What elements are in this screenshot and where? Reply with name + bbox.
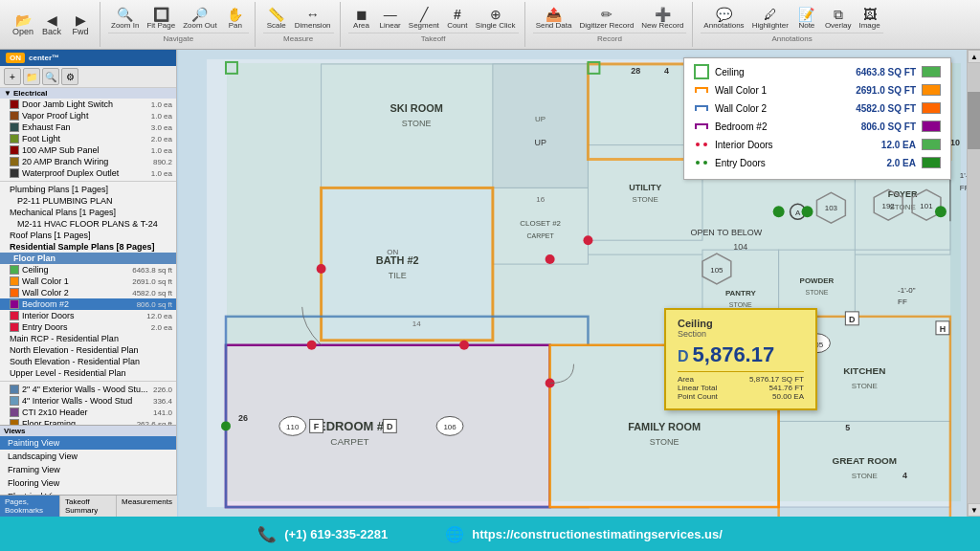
sidebar-item-residential[interactable]: Residential Sample Plans [8 Pages] <box>0 241 176 253</box>
view-item-landscaping[interactable]: Landscaping View <box>0 450 176 463</box>
image-button[interactable]: 🖼 Image <box>856 7 882 31</box>
status-bar: 📞 (+1) 619-335-2281 🌐 https://constructi… <box>0 517 980 551</box>
toolbar-group-takeoff: ◼ Area — Linear ╱ Segment # Count ⊕ Sing… <box>343 2 525 47</box>
entry-doors-color-bar <box>922 157 941 168</box>
color-swatch-wall2 <box>10 288 19 298</box>
new-record-button[interactable]: ➕ New Record <box>638 7 686 31</box>
overlay-button[interactable]: ⧉ Overlay <box>822 7 855 31</box>
sidebar-item-exhaust-fan[interactable]: Exhaust Fan 3.0 ea <box>0 121 176 133</box>
sidebar-item-plumbing-plan[interactable]: P2-11 PLUMBING PLAN <box>0 195 176 207</box>
wall1-color-bar <box>922 84 941 96</box>
sidebar-item-vapor-proof[interactable]: Vapor Proof Light 1.0 ea <box>0 110 176 121</box>
sidebar-item-duplex-outlet[interactable]: Waterproof Duplex Outlet 1.0 ea <box>0 167 176 179</box>
svg-text:104: 104 <box>733 242 747 252</box>
sidebar-item-plumbing-plans[interactable]: Plumbing Plans [1 Pages] <box>0 184 176 195</box>
annotations-button[interactable]: 💬 Annotations <box>701 7 746 31</box>
popup-details: Area 5,876.17 SQ FT Linear Total 541.76 … <box>678 371 804 401</box>
send-data-button[interactable]: 📤 Send Data <box>533 7 575 31</box>
linear-button[interactable]: — Linear <box>377 7 404 31</box>
back-button[interactable]: ◀ Back <box>38 12 65 37</box>
toolbar-group-annotations: 💬 Annotations 🖊 Highlighter 📝 Note ⧉ Ove… <box>695 2 888 47</box>
legend-row-wall2: Wall Color 2 4582.0 SQ FT <box>694 100 941 116</box>
sidebar-item-main-rcp[interactable]: Main RCP - Residential Plan <box>0 333 176 344</box>
ceiling-section-popup[interactable]: Ceiling Section D 5,876.17 Area 5,876.17… <box>664 308 817 410</box>
count-button[interactable]: # Count <box>444 7 471 31</box>
svg-rect-114 <box>695 105 697 111</box>
tab-pages-bookmarks[interactable]: Pages, Bookmarks <box>0 496 60 517</box>
view-item-painting[interactable]: Painting View <box>0 436 176 450</box>
pan-button[interactable]: ✋ Pan <box>222 7 249 31</box>
highlighter-button[interactable]: 🖊 Highlighter <box>749 7 791 31</box>
svg-point-121 <box>696 161 700 165</box>
sidebar-item-mechanical[interactable]: Mechanical Plans [1 Pages] <box>0 207 176 218</box>
svg-text:103: 103 <box>825 204 838 212</box>
sidebar-item-int-walls[interactable]: 4" Interior Walls - Wood Stud 336.4 <box>0 395 176 407</box>
sidebar-item-interior-doors[interactable]: Interior Doors 12.0 ea <box>0 310 176 321</box>
svg-rect-116 <box>695 123 708 125</box>
sidebar-item-north-elev[interactable]: North Elevation - Residential Plan <box>0 344 176 356</box>
sidebar-item-wall-color-1[interactable]: Wall Color 1 2691.0 sq ft <box>0 276 176 287</box>
sidebar-item-foot-light[interactable]: Foot Light 2.0 ea <box>0 133 176 144</box>
sidebar-search-button[interactable]: 🔍 <box>42 68 59 85</box>
scroll-down-button[interactable]: ▼ <box>968 503 980 517</box>
note-button[interactable]: 📝 Note <box>793 7 820 31</box>
view-item-framing[interactable]: Framing View <box>0 463 176 476</box>
phone-icon: 📞 <box>257 525 277 543</box>
interior-doors-legend-icon <box>694 137 709 152</box>
website-status-item[interactable]: 🌐 https://constructionestimatingservices… <box>445 525 723 543</box>
sidebar-item-sub-panel[interactable]: 100 AMP Sub Panel 1.0 ea <box>0 144 176 156</box>
sidebar-item-bedroom2[interactable]: Bedroom #2 806.0 sq ft <box>0 298 176 310</box>
scroll-up-button[interactable]: ▲ <box>968 50 980 63</box>
sidebar-content: ▼Electrical Door Jamb Light Switch 1.0 e… <box>0 88 176 425</box>
digitizer-button[interactable]: ✏ Digitizer Record <box>576 7 636 31</box>
svg-text:OPEN TO BELOW: OPEN TO BELOW <box>690 228 762 237</box>
sidebar-item-south-elev[interactable]: South Elevation - Residential Plan <box>0 356 176 367</box>
zoom-in-button[interactable]: 🔍 Zoom In <box>108 7 142 31</box>
svg-rect-117 <box>695 123 697 129</box>
sidebar-item-door-jamb[interactable]: Door Jamb Light Switch 1.0 ea <box>0 99 176 110</box>
popup-subtitle: Section <box>678 329 804 339</box>
sidebar-item-floor-framing[interactable]: Floor Framing 262.6 sq ft <box>0 418 176 425</box>
brand-name: center™ <box>29 54 59 62</box>
popup-value-row: D 5,876.17 <box>678 342 804 367</box>
canvas-area[interactable]: SKI ROOM STONE UP CLOSET #2 CARPET UTILI… <box>177 50 980 517</box>
sidebar-add-button[interactable]: + <box>4 68 21 85</box>
popup-prefix: D <box>678 348 689 365</box>
bottom-tab-bar: Pages, Bookmarks Takeoff Summary Measure… <box>0 495 177 517</box>
dimension-button[interactable]: ↔ Dimension <box>292 7 334 31</box>
single-click-button[interactable]: ⊕ Single Click <box>473 7 519 31</box>
sidebar-item-wall-color-2[interactable]: Wall Color 2 4582.0 sq ft <box>0 287 176 298</box>
sidebar-item-header[interactable]: CTI 2x10 Header 141.0 <box>0 407 176 418</box>
sidebar-item-branch-wiring[interactable]: 20 AMP Branch Wiring 890.2 <box>0 156 176 167</box>
sidebar-item-entry-doors[interactable]: Entry Doors 2.0 ea <box>0 321 176 333</box>
segment-button[interactable]: ╱ Segment <box>406 7 442 31</box>
sidebar-item-roof-plans[interactable]: Roof Plans [1 Pages] <box>0 230 176 241</box>
bedroom2-color-bar <box>922 121 941 132</box>
open-button[interactable]: 📂 Open <box>10 12 36 37</box>
svg-text:28: 28 <box>631 66 640 76</box>
sidebar-toolbar: + 📁 🔍 ⚙ <box>0 66 176 88</box>
svg-text:16: 16 <box>536 195 545 204</box>
sidebar-item-upper-level[interactable]: Upper Level - Residential Plan <box>0 367 176 379</box>
view-item-flooring[interactable]: Flooring View <box>0 476 176 490</box>
sidebar-item-ceiling[interactable]: Ceiling 6463.8 sq ft <box>0 264 176 276</box>
sidebar-item-hvac[interactable]: M2-11 HVAC FLOOR PLANS & T-24 <box>0 218 176 230</box>
sidebar-folder-button[interactable]: 📁 <box>23 68 40 85</box>
area-button[interactable]: ◼ Area <box>348 7 375 31</box>
sidebar-settings-button[interactable]: ⚙ <box>61 68 78 85</box>
legend-row-wall1: Wall Color 1 2691.0 SQ FT <box>694 82 941 98</box>
color-swatch-ceiling <box>10 265 19 275</box>
legend-row-interior-doors: Interior Doors 12.0 EA <box>694 137 941 152</box>
sidebar-item-ext-walls[interactable]: 2" 4" Exterior Walls - Wood Stu... 226.0 <box>0 384 176 395</box>
forward-button[interactable]: ▶ Fwd <box>67 12 94 37</box>
svg-point-122 <box>703 161 707 165</box>
annotations-label: Annotations <box>701 33 882 43</box>
popup-main-value: 5,876.17 <box>693 342 775 367</box>
tab-takeoff-summary[interactable]: Takeoff Summary <box>60 496 117 517</box>
scale-button[interactable]: 📏 Scale <box>263 7 290 31</box>
zoom-out-button[interactable]: 🔎 Zoom Out <box>180 7 220 31</box>
tab-measurements[interactable]: Measurements <box>117 496 177 517</box>
scroll-thumb[interactable] <box>968 92 980 149</box>
zoom-page-button[interactable]: 🔲 Fit Page <box>144 7 178 31</box>
vertical-scrollbar[interactable]: ▲ ▼ <box>967 50 980 517</box>
